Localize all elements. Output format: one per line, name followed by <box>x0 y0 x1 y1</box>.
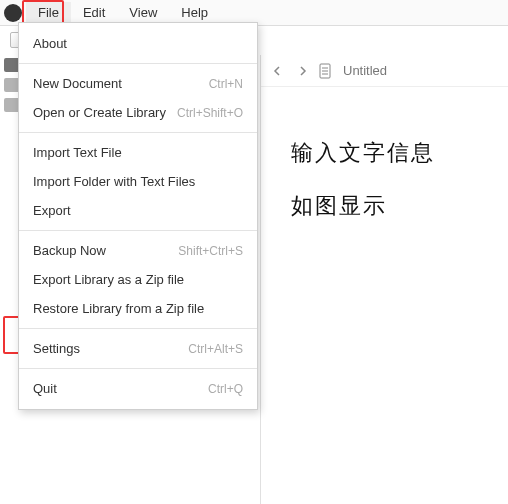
menu-item-label: Quit <box>33 381 57 396</box>
menu-item-backup-now[interactable]: Backup NowShift+Ctrl+S <box>19 236 257 265</box>
menu-item-quit[interactable]: QuitCtrl+Q <box>19 374 257 403</box>
menu-separator <box>19 132 257 133</box>
menu-item-label: Open or Create Library <box>33 105 166 120</box>
menu-item-restore-library-from-a-zip-file[interactable]: Restore Library from a Zip file <box>19 294 257 323</box>
tab-title[interactable]: Untitled <box>343 63 387 78</box>
menu-item-shortcut: Ctrl+Shift+O <box>177 106 243 120</box>
menu-item-import-text-file[interactable]: Import Text File <box>19 138 257 167</box>
document-content[interactable]: 输入文字信息 如图显示 <box>261 87 508 273</box>
menu-item-label: About <box>33 36 67 51</box>
editor-pane: Untitled 输入文字信息 如图显示 <box>260 55 508 504</box>
menu-item-label: Settings <box>33 341 80 356</box>
menu-item-label: Import Folder with Text Files <box>33 174 195 189</box>
file-menu-dropdown: AboutNew DocumentCtrl+NOpen or Create Li… <box>18 22 258 410</box>
menu-file[interactable]: File <box>26 2 71 23</box>
document-icon <box>319 63 333 79</box>
tab-bar: Untitled <box>261 55 508 87</box>
menu-item-open-or-create-library[interactable]: Open or Create LibraryCtrl+Shift+O <box>19 98 257 127</box>
menu-item-shortcut: Ctrl+N <box>209 77 243 91</box>
menu-item-label: Backup Now <box>33 243 106 258</box>
menu-help[interactable]: Help <box>169 2 220 23</box>
nav-back-button[interactable] <box>271 64 285 78</box>
menu-separator <box>19 63 257 64</box>
menu-item-label: Import Text File <box>33 145 122 160</box>
menu-separator <box>19 230 257 231</box>
menu-view[interactable]: View <box>117 2 169 23</box>
menu-item-label: Restore Library from a Zip file <box>33 301 204 316</box>
menu-item-shortcut: Shift+Ctrl+S <box>178 244 243 258</box>
doc-line: 如图显示 <box>291 180 478 233</box>
menu-item-settings[interactable]: SettingsCtrl+Alt+S <box>19 334 257 363</box>
app-logo <box>4 4 22 22</box>
menu-item-label: Export Library as a Zip file <box>33 272 184 287</box>
menu-item-new-document[interactable]: New DocumentCtrl+N <box>19 69 257 98</box>
menu-item-export[interactable]: Export <box>19 196 257 225</box>
menu-edit[interactable]: Edit <box>71 2 117 23</box>
doc-line: 输入文字信息 <box>291 127 478 180</box>
menu-item-label: New Document <box>33 76 122 91</box>
menu-item-import-folder-with-text-files[interactable]: Import Folder with Text Files <box>19 167 257 196</box>
menu-item-label: Export <box>33 203 71 218</box>
menu-item-about[interactable]: About <box>19 29 257 58</box>
menu-separator <box>19 368 257 369</box>
menu-separator <box>19 328 257 329</box>
menu-item-shortcut: Ctrl+Q <box>208 382 243 396</box>
menu-item-shortcut: Ctrl+Alt+S <box>188 342 243 356</box>
menu-item-export-library-as-a-zip-file[interactable]: Export Library as a Zip file <box>19 265 257 294</box>
chevron-right-icon <box>297 66 307 76</box>
nav-forward-button[interactable] <box>295 64 309 78</box>
chevron-left-icon <box>273 66 283 76</box>
